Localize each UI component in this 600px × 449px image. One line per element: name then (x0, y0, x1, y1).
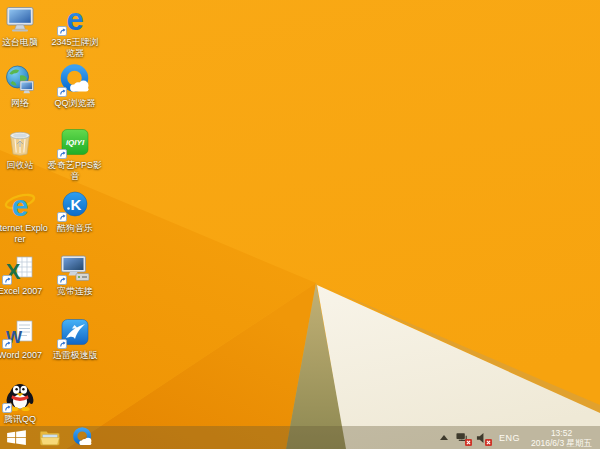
clock-date: 2016/6/3 星期五 (531, 438, 592, 448)
excel-icon: X (4, 252, 36, 284)
desktop-icon-iqiyi-pps[interactable]: iQIYI 爱奇艺PPS影音 (47, 126, 103, 182)
desktop-icon-label: Internet Explorer (0, 223, 48, 245)
folder-icon (39, 429, 61, 447)
desktop-icon-label: 回收站 (7, 160, 34, 171)
thunder-bird-icon (59, 316, 91, 348)
desktop-icon-label: 腾讯QQ (4, 414, 36, 425)
internet-explorer-icon: e (4, 189, 36, 221)
desktop-icon-label: 宽带连接 (57, 286, 93, 297)
desktop-icon-kugou-music[interactable]: K 酷狗音乐 (47, 189, 103, 234)
desktop-icon-label: QQ浏览器 (54, 98, 95, 109)
qq-browser-icon (72, 427, 93, 448)
shortcut-arrow-icon (57, 26, 67, 36)
desktop-icon-qq-browser[interactable]: QQ浏览器 (47, 64, 103, 109)
desktop-icon-word-2007[interactable]: W Word 2007 (0, 316, 48, 361)
desktop-icon-label: Excel 2007 (0, 286, 42, 297)
desktop-icon-label: 2345王牌浏览器 (47, 37, 103, 59)
shortcut-arrow-icon (57, 212, 67, 222)
desktop-icon-label: 迅雷极速版 (53, 350, 98, 361)
network-status-tray-icon[interactable] (455, 431, 469, 444)
desktop-icon-recycle-bin[interactable]: 回收站 (0, 126, 48, 171)
desktop-icon-this-pc[interactable]: 这台电脑 (0, 3, 48, 48)
svg-text:K: K (71, 196, 82, 213)
svg-text:e: e (66, 2, 83, 37)
desktop-icon-2345-explorer-browser[interactable]: e 2345王牌浏览器 (47, 3, 103, 59)
network-globe-icon (4, 64, 36, 96)
shortcut-arrow-icon (57, 339, 67, 349)
desktop-icon-label: 网络 (11, 98, 29, 109)
file-explorer-button[interactable] (33, 426, 66, 449)
qq-penguin-icon (4, 380, 36, 412)
desktop-icon-thunder-speed[interactable]: 迅雷极速版 (47, 316, 103, 361)
qq-browser-icon (59, 64, 91, 96)
volume-tray-icon[interactable] (475, 431, 489, 444)
word-icon: W (4, 316, 36, 348)
desktop-icon-excel-2007[interactable]: X Excel 2007 (0, 252, 48, 297)
desktop-icon-broadband-connection[interactable]: 宽带连接 (47, 252, 103, 297)
desktop-icon-tencent-qq[interactable]: 腾讯QQ (0, 380, 48, 425)
desktop-icon-label: 酷狗音乐 (57, 223, 93, 234)
language-indicator[interactable]: ENG (499, 433, 520, 443)
svg-text:e: e (12, 189, 29, 222)
windows-logo-icon (7, 430, 26, 445)
start-button[interactable] (0, 426, 33, 449)
system-tray: ENG 13:52 2016/6/3 星期五 (435, 428, 600, 448)
svg-text:iQIYI: iQIYI (66, 138, 85, 147)
desktop-icon-internet-explorer[interactable]: e Internet Explorer (0, 189, 48, 245)
shortcut-arrow-icon (2, 403, 12, 413)
qq-browser-taskbar-button[interactable] (66, 426, 99, 449)
iqiyi-icon: iQIYI (59, 126, 91, 158)
recycle-bin-icon (4, 126, 36, 158)
clock-time: 13:52 (531, 428, 592, 438)
clock[interactable]: 13:52 2016/6/3 星期五 (531, 428, 592, 448)
kugou-icon: K (59, 189, 91, 221)
shortcut-arrow-icon (57, 149, 67, 159)
shortcut-arrow-icon (2, 275, 12, 285)
red-x-badge (485, 439, 492, 446)
broadband-icon (59, 252, 91, 284)
desktop-icon-network[interactable]: 网络 (0, 64, 48, 109)
desktop-icon-label: Word 2007 (0, 350, 42, 361)
shortcut-arrow-icon (57, 275, 67, 285)
caret-up-icon (440, 435, 448, 440)
desktop-icon-label: 这台电脑 (2, 37, 38, 48)
desktop-icon-label: 爱奇艺PPS影音 (47, 160, 103, 182)
taskbar: ENG 13:52 2016/6/3 星期五 (0, 426, 600, 449)
red-x-badge (465, 439, 472, 446)
shortcut-arrow-icon (2, 339, 12, 349)
show-hidden-icons-button[interactable] (439, 431, 449, 444)
shortcut-arrow-icon (57, 87, 67, 97)
2345-browser-icon: e (59, 3, 91, 35)
this-pc-icon (4, 3, 36, 35)
